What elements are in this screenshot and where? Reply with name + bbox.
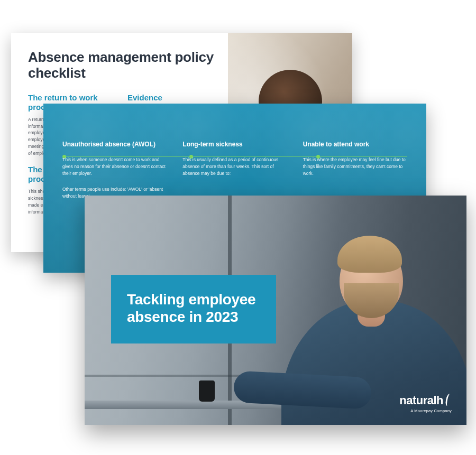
- logo-tagline: A Moorepay Company: [399, 408, 452, 413]
- section-heading-evidence: Evidence: [127, 93, 215, 103]
- definition-body: This is when someone doesn't come to wor…: [62, 156, 167, 178]
- logo-mark-icon: [444, 395, 452, 406]
- document-preview-stack: Absence management policy checklist The …: [0, 0, 476, 455]
- logo-text: naturalh: [399, 394, 443, 407]
- cover-title: Tackling employee absence in 2023: [127, 291, 260, 326]
- definition-heading: Unauthorised absence (AWOL): [62, 141, 167, 148]
- cover-photo-cup: [199, 380, 215, 402]
- definition-heading: Unable to attend work: [303, 141, 407, 148]
- document-cover-page: Tackling employee absence in 2023 natura…: [85, 196, 466, 425]
- page1-title: Absence management policy checklist: [28, 50, 215, 81]
- definition-heading: Long-term sickness: [182, 141, 287, 148]
- cover-title-box: Tackling employee absence in 2023: [111, 275, 276, 343]
- definition-body: This is where the employee may feel fine…: [303, 156, 407, 178]
- definition-body: This is usually defined as a period of c…: [182, 156, 287, 178]
- brand-logo: naturalh A Moorepay Company: [399, 394, 452, 413]
